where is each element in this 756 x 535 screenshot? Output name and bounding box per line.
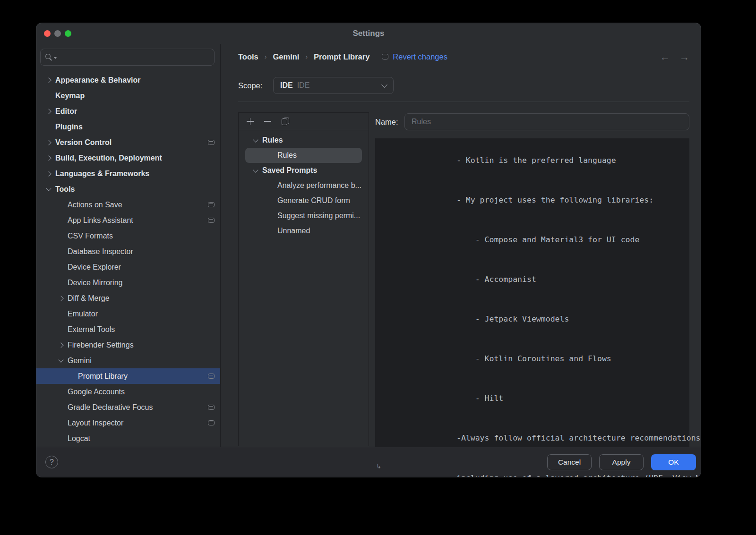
scope-value: IDE	[280, 81, 293, 90]
settings-window: Settings Appearance & Behavior	[36, 23, 701, 477]
editor-line[interactable]: ↳- Kotlin is the preferred language↲	[375, 141, 689, 180]
sidebar-item[interactable]: Keymap	[36, 88, 220, 103]
chevron-icon	[46, 109, 51, 114]
editor-line[interactable]: ↳ - Kotlin Coroutines and Flows↲	[375, 339, 689, 379]
breadcrumb-item-gemini[interactable]: Gemini	[273, 52, 299, 61]
chevron-icon	[58, 342, 63, 348]
sidebar-item-label: Appearance & Behavior	[55, 76, 141, 85]
name-row: Name: Rules	[375, 113, 689, 130]
breadcrumb-item-tools[interactable]: Tools	[238, 52, 258, 61]
sidebar-item[interactable]: Plugins	[36, 119, 220, 135]
editor-line[interactable]: ↳including use of a layered architecture…	[375, 459, 689, 477]
forward-arrow-icon[interactable]: →	[679, 52, 689, 62]
breadcrumb-item-prompt-library: Prompt Library	[314, 52, 369, 61]
prompt-tree-row[interactable]: Saved Prompts	[245, 163, 362, 178]
prompt-tree-row[interactable]: Rules	[245, 133, 362, 148]
sidebar-item[interactable]: Tools	[36, 181, 220, 197]
sidebar-item[interactable]: Appearance & Behavior	[36, 72, 220, 88]
sidebar-item-label: External Tools	[68, 325, 115, 334]
window-title: Settings	[352, 29, 384, 38]
sidebar-item-label: Prompt Library	[78, 372, 128, 381]
editor-line-text: - Kotlin Coroutines and Flows	[456, 354, 611, 363]
project-settings-icon	[208, 420, 215, 426]
sidebar-item[interactable]: Logcat	[36, 431, 220, 446]
breadcrumb: Tools › Gemini › Prompt Library	[238, 52, 369, 61]
remove-prompt-button[interactable]	[264, 121, 271, 122]
zoom-window-button[interactable]	[65, 30, 71, 37]
sidebar-item[interactable]: Editor	[36, 103, 220, 119]
prompt-tree-row[interactable]: Rules	[245, 148, 362, 163]
sidebar-item[interactable]: Version Control	[36, 135, 220, 150]
chevron-icon	[46, 77, 51, 83]
editor-line[interactable]: ↳ - Hilt↲	[375, 379, 689, 418]
editor-line-text: - Accompanist	[456, 275, 536, 284]
content-header: Tools › Gemini › Prompt Library Revert c…	[238, 48, 689, 66]
prompts-panel: Rules Rules Saved Prompts	[238, 112, 369, 446]
editor-line[interactable]: ↳- My project uses the following librari…	[375, 180, 689, 220]
editor-line[interactable]: ↳ - Accompanist↲	[375, 260, 689, 299]
sidebar-item[interactable]: Gradle Declarative Focus	[36, 399, 220, 415]
sidebar-item[interactable]: Firebender Settings	[36, 337, 220, 353]
sidebar-item[interactable]: Google Accounts	[36, 384, 220, 399]
scope-hint: IDE	[297, 81, 310, 90]
sidebar-item-label: Build, Execution, Deployment	[55, 154, 162, 162]
close-window-button[interactable]	[44, 30, 51, 37]
prompt-tree-row[interactable]: Unnamed	[245, 223, 362, 238]
sidebar-item[interactable]: CSV Formats	[36, 228, 220, 244]
sidebar-item[interactable]: App Links Assistant	[36, 212, 220, 228]
sidebar-item[interactable]: Database Inspector	[36, 244, 220, 259]
chevron-icon	[46, 140, 51, 145]
sidebar-item[interactable]: Diff & Merge	[36, 290, 220, 306]
editor-line[interactable]: ↳ - Compose and Material3 for UI code↲	[375, 220, 689, 260]
project-settings-icon	[208, 374, 215, 379]
editor-line-text: - My project uses the following librarie…	[456, 195, 653, 204]
chevron-icon	[58, 357, 63, 362]
sidebar-item-label: Keymap	[55, 92, 85, 100]
sidebar-item[interactable]: Emulator	[36, 306, 220, 322]
revert-changes-link[interactable]: Revert changes	[393, 52, 447, 61]
editor-line[interactable]: ↳-Always follow official architecture re…	[375, 418, 689, 459]
prompt-tree-row[interactable]: Generate CRUD form	[245, 193, 362, 208]
sidebar-item[interactable]: Gemini	[36, 353, 220, 368]
back-arrow-icon[interactable]: ←	[660, 52, 670, 62]
minimize-window-button[interactable]	[54, 30, 61, 37]
sidebar-item-label: Gradle Declarative Focus	[68, 403, 153, 412]
prompt-tree-label: Generate CRUD form	[277, 196, 350, 205]
chevron-icon	[46, 171, 51, 176]
project-settings-icon	[208, 140, 215, 145]
editor-line-text: - Kotlin is the preferred language	[456, 156, 616, 165]
prompt-tree-label: Analyze performance b...	[277, 181, 361, 190]
sidebar-item[interactable]: Build, Execution, Deployment	[36, 150, 220, 166]
editor-line-text: - Hilt	[456, 394, 503, 403]
sidebar-item[interactable]: External Tools	[36, 322, 220, 337]
copy-prompt-button[interactable]	[282, 118, 289, 125]
prompt-name-input[interactable]: Rules	[404, 113, 689, 130]
sidebar-item-label: Languages & Frameworks	[55, 170, 149, 178]
settings-search-input[interactable]	[40, 49, 215, 66]
sidebar-item-label: Diff & Merge	[68, 294, 110, 303]
sidebar-item[interactable]: Languages & Frameworks	[36, 166, 220, 181]
name-label: Name:	[375, 118, 404, 127]
editor-line[interactable]: ↳ - Jetpack Viewmodels↲	[375, 299, 689, 339]
sidebar-item[interactable]: Prompt Library	[36, 368, 220, 384]
prompt-tree-row[interactable]: Analyze performance b...	[245, 178, 362, 193]
breadcrumb-separator-icon: ›	[265, 53, 267, 60]
revert-changes[interactable]: Revert changes	[382, 52, 447, 61]
scope-label: Scope:	[238, 81, 273, 90]
help-button[interactable]: ?	[45, 456, 58, 468]
sidebar-item[interactable]: Actions on Save	[36, 197, 220, 212]
prompt-tree-label: Unnamed	[277, 227, 310, 235]
editor-line-text: - Jetpack Viewmodels	[456, 314, 569, 323]
search-history-caret-icon[interactable]	[54, 57, 57, 59]
settings-content: Tools › Gemini › Prompt Library Revert c…	[221, 44, 701, 447]
project-settings-icon	[208, 405, 215, 410]
traffic-lights	[44, 23, 71, 44]
add-prompt-button[interactable]	[247, 118, 254, 125]
prompt-text-editor[interactable]: ↳- Kotlin is the preferred language↲ ↳- …	[375, 138, 689, 477]
sidebar-item[interactable]: Device Explorer	[36, 259, 220, 275]
sidebar-item[interactable]: Device Mirroring	[36, 275, 220, 290]
prompt-tree-row[interactable]: Suggest missing permi...	[245, 208, 362, 223]
sidebar-item[interactable]: Layout Inspector	[36, 415, 220, 431]
sidebar-item-label: Emulator	[68, 310, 98, 318]
scope-select[interactable]: IDE IDE	[273, 77, 394, 94]
